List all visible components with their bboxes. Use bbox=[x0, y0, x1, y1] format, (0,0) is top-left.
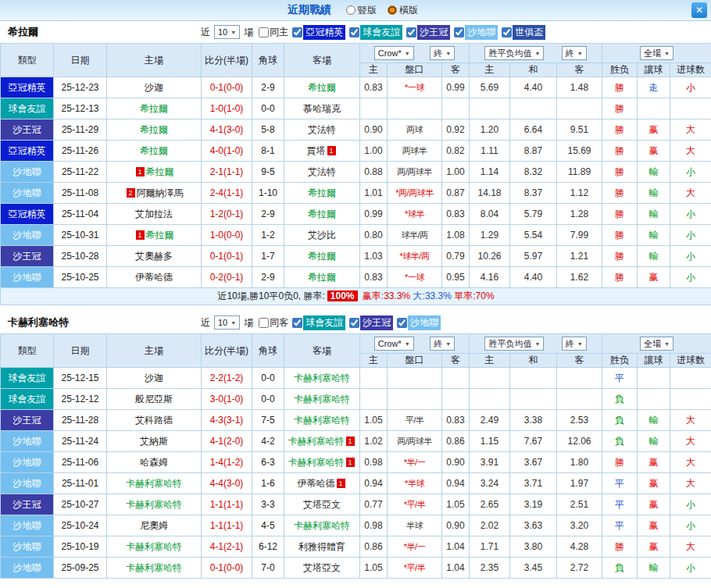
red-card-badge: 1 bbox=[346, 458, 355, 467]
league-cell: 沙王冠 bbox=[1, 410, 54, 431]
games-label: 場 bbox=[244, 316, 253, 330]
date-cell: 25-10-28 bbox=[54, 246, 107, 267]
avg-odds-select[interactable]: 胜平负均值▼ bbox=[484, 337, 544, 351]
wdl-result-cell: 負 bbox=[602, 410, 638, 431]
avg-home-cell bbox=[470, 98, 510, 119]
avg-odds-select[interactable]: 胜平负均值▼ bbox=[484, 46, 544, 60]
avg-home-cell: 10.26 bbox=[470, 246, 510, 267]
red-card-badge: 1 bbox=[136, 230, 145, 240]
league-checkbox[interactable] bbox=[292, 318, 302, 328]
handicap-result-cell bbox=[638, 389, 670, 410]
league-cell: 沙地聯 bbox=[1, 452, 54, 473]
layout-option-vertical[interactable]: 豎版 bbox=[346, 4, 377, 17]
league-filter[interactable]: 沙王冠 bbox=[402, 25, 450, 40]
wdl-result-cell: 勝 bbox=[602, 98, 638, 119]
team-label: 卡赫利塞哈特 bbox=[126, 478, 182, 489]
league-filter[interactable]: 沙地聯 bbox=[450, 25, 498, 40]
scope-select[interactable]: 全場▼ bbox=[640, 46, 673, 60]
league-cell: 亞冠精英 bbox=[1, 204, 54, 225]
league-checkbox[interactable] bbox=[406, 27, 416, 37]
league-filter[interactable]: 球會友誼 bbox=[345, 25, 402, 40]
close-icon[interactable]: ✕ bbox=[691, 2, 707, 18]
match-count-select[interactable]: 10▼ bbox=[214, 315, 240, 330]
league-cell: 沙地聯 bbox=[1, 225, 54, 246]
match-row: 沙王冠25-11-28艾科路德4-3(3-1)7-5卡赫利塞哈特1.05平/半0… bbox=[1, 410, 711, 431]
chevron-down-icon: ▼ bbox=[664, 341, 670, 347]
league-cell: 沙地聯 bbox=[1, 536, 54, 558]
league-filter[interactable]: 亞冠精英 bbox=[288, 25, 345, 40]
league-filter[interactable]: 沙地聯 bbox=[393, 315, 441, 330]
league-checkbox[interactable] bbox=[349, 27, 359, 37]
layout-radio-horizontal-input[interactable] bbox=[388, 5, 397, 15]
same-venue-checkbox[interactable] bbox=[259, 27, 269, 37]
section-header: 希拉爾 近 10▼ 場 同主 亞冠精英球會友誼沙王冠沙地聯世俱盃 bbox=[0, 21, 711, 43]
odds-final-select[interactable]: 終▼ bbox=[430, 337, 455, 351]
team-label: 尼奧姆 bbox=[140, 520, 168, 531]
avg-away-cell: 3.20 bbox=[557, 515, 602, 536]
chevron-down-icon: ▼ bbox=[445, 341, 451, 347]
avg-away-cell: 2.72 bbox=[557, 558, 602, 579]
near-label: 近 bbox=[201, 316, 210, 330]
wdl-result-cell: 平 bbox=[602, 494, 638, 515]
odds-final-select[interactable]: 終▼ bbox=[430, 46, 455, 60]
avg-draw-cell: 3.38 bbox=[510, 410, 557, 431]
title-bar: 近期戰績 豎版 橫版 ✕ bbox=[0, 0, 711, 21]
corners-cell: 8-1 bbox=[252, 141, 284, 162]
league-filter[interactable]: 沙王冠 bbox=[345, 315, 393, 330]
avg-home-cell: 8.04 bbox=[470, 204, 510, 225]
league-checkbox[interactable] bbox=[349, 318, 359, 328]
corners-cell: 3-3 bbox=[252, 494, 284, 515]
match-count-select[interactable]: 10▼ bbox=[214, 25, 240, 39]
match-row: 亞冠精英25-11-26希拉爾4-0(1-0)8-1賈塔11.00两球半0.82… bbox=[1, 141, 711, 162]
avg-draw-cell: 8.37 bbox=[510, 183, 557, 204]
avg-away-cell: 1.62 bbox=[557, 267, 602, 288]
avg-final-select[interactable]: 終▼ bbox=[562, 46, 587, 60]
scope-select[interactable]: 全場▼ bbox=[640, 337, 673, 351]
league-checkbox[interactable] bbox=[502, 27, 512, 37]
handicap-result-cell bbox=[638, 368, 670, 389]
chevron-down-icon: ▼ bbox=[405, 341, 410, 347]
team-label: 希拉爾 bbox=[308, 82, 336, 93]
league-checkbox[interactable] bbox=[292, 27, 302, 37]
team-label: 卡赫利塞哈特 bbox=[126, 562, 182, 573]
handicap-cell bbox=[388, 389, 442, 410]
same-venue-filter[interactable]: 同主 bbox=[255, 26, 288, 39]
summary-stat: 單率:70% bbox=[452, 290, 495, 301]
odds-provider-select[interactable]: Crow*▼ bbox=[374, 46, 414, 60]
odds-provider-select[interactable]: Crow*▼ bbox=[374, 337, 414, 351]
league-filter[interactable]: 世俱盃 bbox=[498, 25, 545, 40]
table-header-row: 類型 日期 主場 比分(半場) 角球 客場 Crow*▼ 終▼ 胜平负均 bbox=[1, 44, 711, 63]
col-corners: 角球 bbox=[252, 334, 284, 368]
handicap-cell: *球半 bbox=[388, 204, 442, 225]
home-team-cell: 希拉爾 bbox=[107, 119, 202, 141]
avg-home-cell bbox=[470, 389, 510, 410]
date-cell: 25-11-04 bbox=[54, 204, 107, 225]
home-team-cell: 艾納斯 bbox=[107, 431, 202, 452]
league-checkbox[interactable] bbox=[397, 318, 407, 328]
corners-cell: 0-0 bbox=[252, 368, 284, 389]
away-odds-cell: 0.94 bbox=[442, 473, 470, 494]
team-label: 希拉爾 bbox=[140, 145, 168, 156]
same-venue-filter[interactable]: 同客 bbox=[255, 316, 288, 330]
chevron-down-icon: ▼ bbox=[534, 51, 540, 56]
layout-option-horizontal[interactable]: 橫版 bbox=[388, 4, 418, 17]
away-team-cell: 艾塔亞文 bbox=[284, 558, 360, 579]
match-row: 球會友誼25-12-12般尼亞斯3-0(1-0)0-0卡赫利塞哈特負 bbox=[1, 389, 711, 410]
avg-draw-cell: 3.71 bbox=[510, 473, 557, 494]
same-venue-checkbox[interactable] bbox=[259, 318, 269, 328]
league-checkbox[interactable] bbox=[454, 27, 464, 37]
score-cell: 1-0(0-0) bbox=[202, 225, 252, 246]
away-odds-cell: 0.79 bbox=[442, 246, 470, 267]
date-cell: 25-11-08 bbox=[54, 183, 107, 204]
avg-draw-cell: 5.97 bbox=[510, 246, 557, 267]
avg-final-select[interactable]: 終▼ bbox=[562, 337, 587, 351]
avg-home-cell: 3.91 bbox=[470, 452, 510, 473]
league-filter[interactable]: 球會友誼 bbox=[288, 315, 345, 330]
col-away: 客場 bbox=[284, 334, 360, 368]
layout-radio-vertical-input[interactable] bbox=[346, 5, 356, 15]
home-team-cell: 卡赫利塞哈特 bbox=[107, 536, 202, 558]
avg-home-cell: 1.14 bbox=[470, 162, 510, 183]
home-team-cell: 希拉爾 bbox=[107, 98, 202, 119]
goals-result-cell bbox=[670, 98, 711, 119]
league-cell: 沙王冠 bbox=[1, 246, 54, 267]
